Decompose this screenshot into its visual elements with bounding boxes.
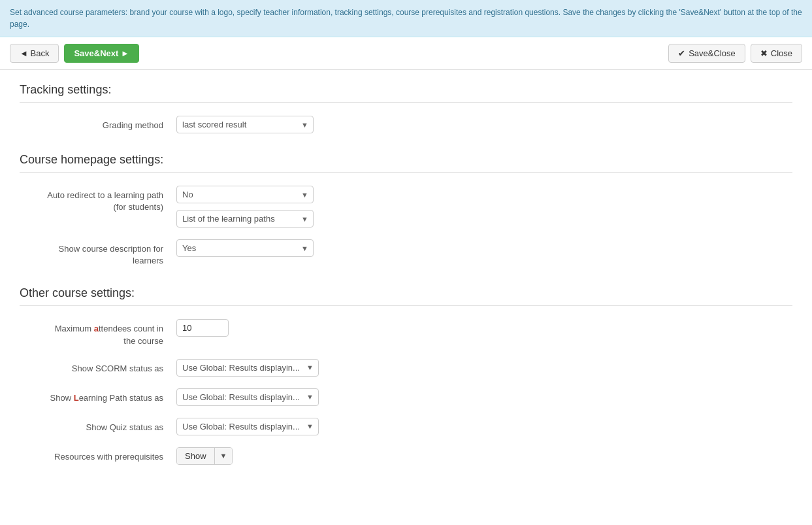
other-section-title: Other course settings: bbox=[20, 286, 792, 306]
auto-redirect-label: Auto redirect to a learning path (for st… bbox=[46, 186, 176, 213]
learning-paths-wrapper: List of the learning paths ▼ bbox=[176, 210, 314, 228]
auto-redirect-wrapper: No Yes ▼ bbox=[176, 186, 314, 203]
save-next-button[interactable]: Save&Next ► bbox=[64, 44, 138, 63]
close-button[interactable]: ✖ Close bbox=[751, 44, 802, 63]
back-button[interactable]: ◄ Back bbox=[10, 44, 59, 63]
scorm-status-group: Show SCORM status as Use Global: Results… bbox=[20, 359, 792, 377]
lp-status-group: Show Learning Path status as Use Global:… bbox=[20, 388, 792, 406]
toolbar-left: ◄ Back Save&Next ► bbox=[10, 44, 139, 63]
info-banner: Set advanced course parameters: brand yo… bbox=[0, 0, 812, 37]
grading-method-label: Grading method bbox=[46, 116, 176, 131]
auto-redirect-select[interactable]: No Yes bbox=[176, 186, 314, 203]
lp-status-label: Show Learning Path status as bbox=[46, 388, 176, 404]
quiz-status-label: Show Quiz status as bbox=[46, 418, 176, 433]
close-label: Close bbox=[771, 48, 792, 58]
quiz-status-wrapper: Use Global: Results displayin... Show Hi… bbox=[176, 418, 319, 435]
resources-prereq-arrow-btn[interactable]: ▼ bbox=[214, 448, 233, 464]
show-description-group: Show course description for learners Yes… bbox=[20, 239, 792, 267]
tracking-section-title: Tracking settings: bbox=[20, 83, 792, 103]
homepage-section: Course homepage settings: Auto redirect … bbox=[20, 153, 792, 267]
tracking-section: Tracking settings: Grading method last s… bbox=[20, 83, 792, 133]
scorm-status-wrapper: Use Global: Results displayin... Show Hi… bbox=[176, 359, 319, 377]
save-close-button[interactable]: ✔ Save&Close bbox=[668, 44, 745, 63]
grading-method-wrapper: last scored result highest result averag… bbox=[176, 116, 314, 133]
learning-paths-select[interactable]: List of the learning paths bbox=[176, 210, 314, 228]
banner-text: Set advanced course parameters: brand yo… bbox=[10, 8, 802, 29]
close-icon: ✖ bbox=[760, 48, 768, 58]
quiz-status-group: Show Quiz status as Use Global: Results … bbox=[20, 418, 792, 435]
scorm-status-label: Show SCORM status as bbox=[46, 359, 176, 375]
show-description-label: Show course description for learners bbox=[46, 239, 176, 267]
quiz-status-select[interactable]: Use Global: Results displayin... Show Hi… bbox=[176, 418, 319, 435]
lp-status-select[interactable]: Use Global: Results displayin... Show Hi… bbox=[176, 388, 319, 406]
toolbar-right: ✔ Save&Close ✖ Close bbox=[668, 44, 802, 63]
lp-status-wrapper: Use Global: Results displayin... Show Hi… bbox=[176, 388, 319, 406]
grading-method-group: Grading method last scored result highes… bbox=[20, 116, 792, 133]
show-description-wrapper: Yes No ▼ bbox=[176, 239, 314, 257]
resources-prereq-split-btn: Show ▼ bbox=[176, 447, 233, 465]
auto-redirect-group: Auto redirect to a learning path (for st… bbox=[20, 186, 792, 228]
max-attendees-group: Maximum attendees count in the course 10 bbox=[20, 319, 792, 347]
max-attendees-label-text: Maximum attendees count in the course bbox=[55, 324, 163, 345]
other-section: Other course settings: Maximum attendees… bbox=[20, 286, 792, 464]
max-attendees-input[interactable]: 10 bbox=[176, 319, 229, 337]
resources-prereq-group: Resources with prerequisites Show ▼ bbox=[20, 447, 792, 465]
show-description-select[interactable]: Yes No bbox=[176, 239, 314, 257]
scorm-status-select[interactable]: Use Global: Results displayin... Show Hi… bbox=[176, 359, 319, 377]
resources-prereq-main-btn[interactable]: Show bbox=[177, 448, 214, 464]
max-highlight: a bbox=[94, 324, 99, 333]
resources-prereq-label: Resources with prerequisites bbox=[46, 447, 176, 463]
max-attendees-label: Maximum attendees count in the course bbox=[46, 319, 176, 347]
homepage-section-title: Course homepage settings: bbox=[20, 153, 792, 173]
grading-method-select[interactable]: last scored result highest result averag… bbox=[176, 116, 314, 133]
toolbar: ◄ Back Save&Next ► ✔ Save&Close ✖ Close bbox=[0, 37, 812, 70]
checkmark-icon: ✔ bbox=[678, 48, 685, 58]
save-close-label: Save&Close bbox=[689, 48, 736, 58]
auto-redirect-controls: No Yes ▼ List of the learning paths ▼ bbox=[176, 186, 314, 228]
content: Tracking settings: Grading method last s… bbox=[0, 70, 812, 498]
